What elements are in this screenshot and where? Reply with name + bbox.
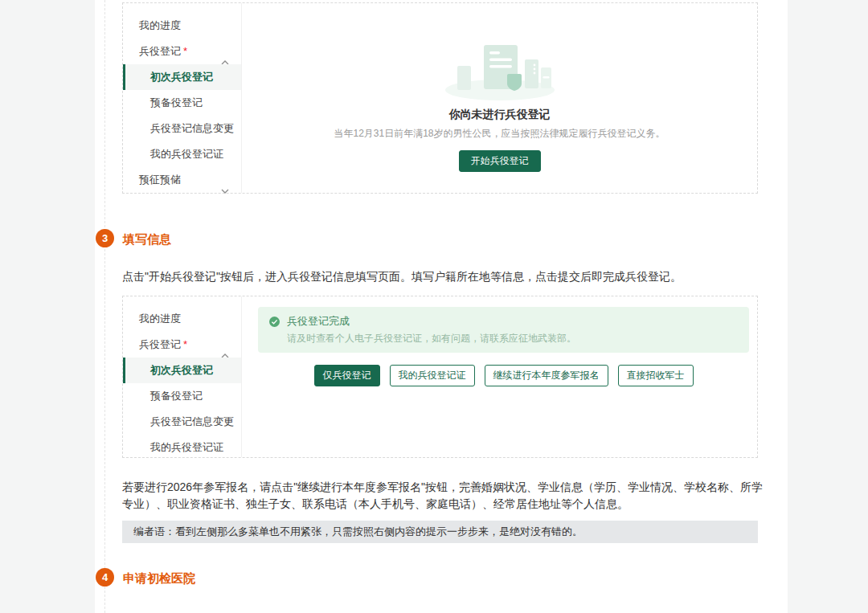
timeline-connector bbox=[104, 0, 105, 613]
sidebar-item-label: 我的进度 bbox=[139, 313, 181, 325]
step-3-title: 填写信息 bbox=[123, 232, 171, 247]
sidebar-item-military-registration[interactable]: 兵役登记* bbox=[123, 332, 241, 358]
registration-only-button[interactable]: 仅兵役登记 bbox=[314, 365, 380, 386]
success-check-icon bbox=[269, 317, 280, 327]
required-asterisk: * bbox=[183, 45, 187, 57]
sidebar-item-label: 预征预储 bbox=[139, 174, 181, 186]
sidebar-item-reserve-registration[interactable]: 预备役登记 bbox=[123, 383, 241, 409]
sidebar-item-military-registration[interactable]: 兵役登记* bbox=[123, 39, 241, 64]
alert-title: 兵役登记完成 bbox=[287, 314, 350, 329]
sidebar-item-label: 我的兵役登记证 bbox=[150, 148, 223, 160]
sidebar-item-my-progress[interactable]: 我的进度 bbox=[123, 306, 241, 332]
sidebar-item-first-registration[interactable]: 初次兵役登记 bbox=[123, 358, 241, 383]
sidebar-item-label: 预备役登记 bbox=[150, 96, 203, 108]
step-3-description: 点击"开始兵役登记"按钮后，进入兵役登记信息填写页面。填写户籍所在地等信息，点击… bbox=[122, 268, 764, 285]
action-buttons-row: 仅兵役登记 我的兵役登记证 继续进行本年度参军报名 直接招收军士 bbox=[258, 365, 749, 386]
sidebar-item-label: 兵役登记 bbox=[139, 45, 181, 57]
sidebar-item-info-change[interactable]: 兵役登记信息变更 bbox=[123, 409, 241, 435]
alert-description: 请及时查看个人电子兵役登记证，如有问题，请联系应征地武装部。 bbox=[287, 332, 738, 345]
sidebar-item-label: 我的兵役登记证 bbox=[150, 441, 223, 453]
step-4-badge: 4 bbox=[96, 568, 114, 586]
demo2-main: 兵役登记完成 请及时查看个人电子兵役登记证，如有问题，请联系应征地武装部。 仅兵… bbox=[242, 296, 757, 457]
demo1-main: 你尚未进行兵役登记 当年12月31日前年满18岁的男性公民，应当按照法律规定履行… bbox=[242, 3, 757, 193]
sidebar-item-info-change[interactable]: 兵役登记信息变更 bbox=[123, 116, 241, 141]
sidebar-item-my-certificate[interactable]: 我的兵役登记证 bbox=[123, 435, 241, 458]
chevron-down-icon bbox=[221, 178, 229, 203]
registration-demo-empty: 我的进度 兵役登记* 初次兵役登记 预备役登记 兵役登记信息变更 我的兵役登记证 bbox=[122, 2, 758, 194]
sidebar-item-label: 兵役登记 bbox=[139, 338, 181, 350]
sidebar-item-label: 初次兵役登记 bbox=[150, 71, 213, 83]
sidebar-item-reserve-registration[interactable]: 预备役登记 bbox=[123, 90, 241, 116]
sidebar-item-label: 预备役登记 bbox=[150, 390, 203, 402]
my-certificate-button[interactable]: 我的兵役登记证 bbox=[390, 365, 475, 386]
sidebar-item-first-registration[interactable]: 初次兵役登记 bbox=[123, 64, 241, 90]
sidebar-item-my-progress[interactable]: 我的进度 bbox=[123, 13, 241, 39]
empty-state-description: 当年12月31日前年满18岁的男性公民，应当按照法律规定履行兵役登记义务。 bbox=[242, 127, 757, 141]
editor-note: 编者语：看到左侧那么多菜单也不用紧张，只需按照右侧内容的提示一步步来，是绝对没有… bbox=[122, 521, 758, 543]
document-illustration bbox=[440, 90, 560, 104]
continue-enlistment-signup-button[interactable]: 继续进行本年度参军报名 bbox=[485, 365, 608, 386]
registration-complete-alert: 兵役登记完成 请及时查看个人电子兵役登记证，如有问题，请联系应征地武装部。 bbox=[258, 307, 749, 353]
step-3-badge: 3 bbox=[96, 229, 114, 247]
sidebar-item-my-certificate[interactable]: 我的兵役登记证 bbox=[123, 141, 241, 167]
step-4-title: 申请初检医院 bbox=[123, 571, 195, 586]
registration-demo-complete: 我的进度 兵役登记* 初次兵役登记 预备役登记 兵役登记信息变更 我的兵役登记证 bbox=[122, 296, 758, 458]
tutorial-page: 我的进度 兵役登记* 初次兵役登记 预备役登记 兵役登记信息变更 我的兵役登记证 bbox=[0, 0, 868, 613]
demo2-sidebar: 我的进度 兵役登记* 初次兵役登记 预备役登记 兵役登记信息变更 我的兵役登记证 bbox=[123, 296, 242, 457]
demo1-sidebar: 我的进度 兵役登记* 初次兵役登记 预备役登记 兵役登记信息变更 我的兵役登记证 bbox=[123, 3, 242, 193]
start-registration-button[interactable]: 开始兵役登记 bbox=[459, 150, 541, 172]
required-asterisk: * bbox=[183, 338, 187, 350]
sidebar-item-label: 兵役登记信息变更 bbox=[150, 415, 234, 427]
sidebar-item-label: 兵役登记信息变更 bbox=[150, 122, 234, 134]
empty-state-title: 你尚未进行兵役登记 bbox=[242, 108, 757, 122]
direct-nco-recruit-button[interactable]: 直接招收军士 bbox=[618, 365, 694, 386]
sidebar-item-label: 我的进度 bbox=[139, 19, 181, 31]
sidebar-item-pre-recruit[interactable]: 预征预储 bbox=[123, 167, 241, 193]
enlistment-signup-paragraph: 若要进行2026年参军报名，请点击"继续进行本年度参军报名"按钮，完善婚姻状况、… bbox=[122, 479, 764, 513]
sidebar-item-label: 初次兵役登记 bbox=[150, 364, 213, 376]
